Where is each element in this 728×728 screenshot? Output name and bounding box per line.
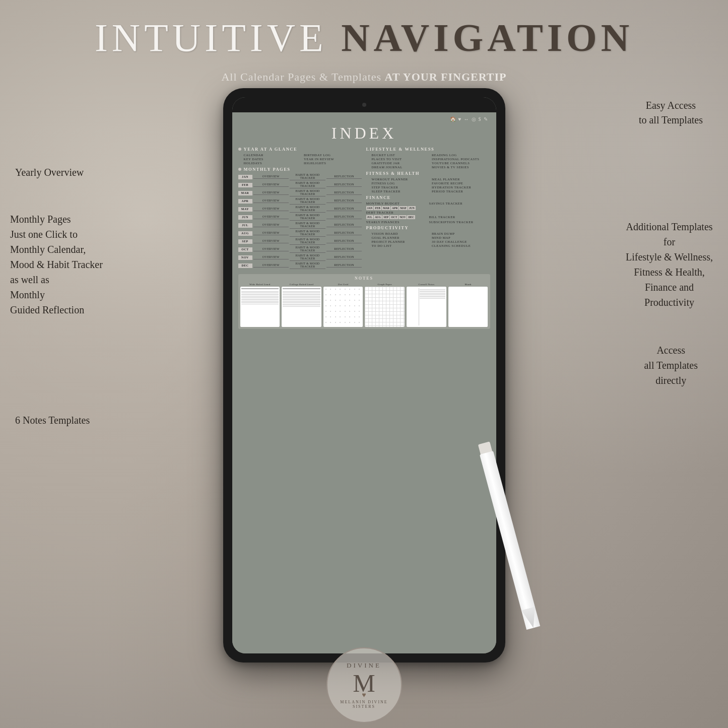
reflection-jul[interactable]: REFLECTION (326, 223, 362, 227)
month-mar[interactable]: MAR (238, 191, 252, 195)
fin-jul[interactable]: JUL (366, 215, 373, 219)
gratitude-jar[interactable]: GRATITUDE JAR (372, 161, 430, 165)
dollar-icon[interactable]: $ (479, 116, 481, 122)
project-planner[interactable]: PROJECT PLANNER (372, 240, 430, 243)
home-icon[interactable]: 🏠 (450, 116, 456, 122)
bucket-list[interactable]: BUCKET LIST (372, 153, 430, 157)
month-aug[interactable]: AUG (238, 231, 252, 236)
places-visit[interactable]: PLACES TO VISIT (372, 157, 430, 161)
fin-aug[interactable]: AUG (374, 215, 382, 219)
reflection-mar[interactable]: REFLECTION (326, 191, 362, 195)
note-graph-paper[interactable]: Graph Paper (365, 283, 405, 327)
overview-oct[interactable]: OVERVIEW (253, 247, 289, 251)
reflection-aug[interactable]: REFLECTION (326, 231, 362, 235)
overview-dec[interactable]: OVERVIEW (253, 263, 289, 268)
insp-podcasts[interactable]: INSPIRATIONAL PODCASTS (432, 157, 490, 161)
month-jul[interactable]: JUL (238, 223, 252, 228)
note-college-ruled[interactable]: College Ruled Lined (282, 283, 321, 327)
reflection-nov[interactable]: REFLECTION (326, 255, 362, 259)
meal-planner[interactable]: MEAL PLANNER (432, 177, 490, 181)
to-do-list[interactable]: TO DO LIST (372, 244, 430, 247)
overview-aug[interactable]: OVERVIEW (253, 231, 289, 235)
cleaning-schedule[interactable]: CLEANING SCHEDULE (432, 244, 490, 247)
debt-tracker[interactable]: DEBT TRACKER (366, 211, 490, 214)
habit-jul[interactable]: HABIT & MOOD TRACKER (290, 222, 325, 229)
subscription-tracker[interactable]: SUBSCRIPTION TRACKER (429, 220, 490, 224)
movies-tv[interactable]: MOVIES & TV SERIES (432, 165, 490, 169)
overview-may[interactable]: OVERVIEW (253, 207, 289, 211)
note-dot-grid[interactable]: Dot Grid for(let i=0;i<56;i++){document.… (323, 283, 363, 327)
reflection-may[interactable]: REFLECTION (326, 207, 362, 211)
overview-jan[interactable]: OVERVIEW (253, 175, 289, 179)
subitem-calendar[interactable]: CALENDAR (244, 153, 302, 157)
subitem-highlights[interactable]: HIGHLIGHTS (304, 161, 362, 165)
habit-nov[interactable]: HABIT & MOOD TRACKER (290, 254, 325, 261)
habit-apr[interactable]: HABIT & MOOD TRACKER (290, 197, 325, 205)
reflection-jan[interactable]: REFLECTION (326, 175, 362, 179)
fin-feb[interactable]: FEB (374, 206, 381, 210)
fin-apr[interactable]: APR (391, 206, 399, 210)
habit-may[interactable]: HABIT & MOOD TRACKER (290, 206, 325, 213)
habit-jun[interactable]: HABIT & MOOD TRACKER (290, 214, 325, 221)
habit-oct[interactable]: HABIT & MOOD TRACKER (290, 246, 325, 253)
fin-nov[interactable]: NOV (399, 215, 407, 219)
overview-feb[interactable]: OVERVIEW (253, 183, 289, 187)
month-sep[interactable]: SEP (238, 239, 252, 244)
period-tracker[interactable]: PERIOD TRACKER (432, 189, 490, 193)
fav-recipe[interactable]: FAVORITE RECIPE (432, 181, 490, 185)
month-jan[interactable]: JAN (238, 175, 252, 179)
note-wide-ruled[interactable]: Wide Ruled Lined (240, 283, 280, 327)
month-oct[interactable]: OCT (238, 247, 252, 252)
fin-oct[interactable]: OCT (390, 215, 398, 219)
yearly-finances[interactable]: YEARLY FINANCES (366, 220, 427, 224)
step-tracker[interactable]: STEP TRACKER (372, 185, 430, 189)
note-blank[interactable]: Blank (448, 283, 488, 327)
subitem-holidays[interactable]: HOLIDAYS (244, 161, 302, 165)
30day-challenge[interactable]: 30 DAY CHALLENGE (432, 240, 490, 243)
heart-icon[interactable]: ♥ (458, 116, 461, 122)
dream-journal[interactable]: DREAM JOURNAL (372, 165, 430, 169)
brain-dump[interactable]: BRAIN DUMP (432, 232, 490, 235)
sleep-tracker[interactable]: SLEEP TRACKER (372, 189, 430, 193)
habit-mar[interactable]: HABIT & MOOD TRACKER (290, 189, 325, 196)
eye-icon[interactable]: ◎ (472, 116, 476, 122)
month-may[interactable]: MAY (238, 207, 252, 212)
fitness-log[interactable]: FITNESS LOG (372, 181, 430, 185)
mind-map[interactable]: MIND MAP (432, 236, 490, 239)
fin-dec[interactable]: DEC (407, 215, 415, 219)
month-nov[interactable]: NOV (238, 255, 252, 260)
habit-feb[interactable]: HABIT & MOOD TRACKER (290, 181, 325, 188)
overview-sep[interactable]: OVERVIEW (253, 239, 289, 243)
savings-tracker[interactable]: SAVINGS TRACKER (429, 202, 490, 205)
reflection-oct[interactable]: REFLECTION (326, 247, 362, 251)
note-cornell[interactable]: Cornell Notes (407, 283, 446, 327)
habit-aug[interactable]: HABIT & MOOD TRACKER (290, 230, 325, 237)
subitem-keydates[interactable]: KEY DATES (244, 157, 302, 161)
youtube-channels[interactable]: YOUTUBE CHANNELS (432, 161, 490, 165)
hydration-tracker[interactable]: HYDRATION TRACKER (432, 185, 490, 189)
fin-jan[interactable]: JAN (366, 206, 374, 210)
workout-planner[interactable]: WORKOUT PLANNER (372, 177, 430, 181)
habit-sep[interactable]: HABIT & MOOD TRACKER (290, 238, 325, 245)
habit-dec[interactable]: HABIT & MOOD TRACKER (290, 262, 325, 269)
vision-board[interactable]: VISION BOARD (372, 232, 430, 235)
reflection-jun[interactable]: REFLECTION (326, 215, 362, 219)
month-apr[interactable]: APR (238, 199, 252, 204)
habit-jan[interactable]: HABIT & MOOD TRACKER (290, 173, 325, 180)
fin-may[interactable]: MAY (399, 206, 408, 210)
subitem-yearinreview[interactable]: YEAR IN REVIEW (304, 157, 362, 161)
overview-mar[interactable]: OVERVIEW (253, 191, 289, 195)
reflection-sep[interactable]: REFLECTION (326, 239, 362, 243)
month-jun[interactable]: JUN (238, 215, 252, 220)
overview-nov[interactable]: OVERVIEW (253, 255, 289, 259)
reflection-dec[interactable]: REFLECTION (326, 263, 362, 268)
month-dec[interactable]: DEC (238, 263, 252, 268)
fin-sep[interactable]: SEP (382, 215, 389, 219)
bill-tracker[interactable]: BILL TRACKER (429, 215, 490, 220)
month-feb[interactable]: FEB (238, 183, 252, 187)
edit-icon[interactable]: ✎ (484, 116, 488, 122)
overview-jun[interactable]: OVERVIEW (253, 215, 289, 219)
arrows-icon[interactable]: ↔ (464, 116, 469, 122)
overview-apr[interactable]: OVERVIEW (253, 199, 289, 203)
reflection-feb[interactable]: REFLECTION (326, 183, 362, 187)
